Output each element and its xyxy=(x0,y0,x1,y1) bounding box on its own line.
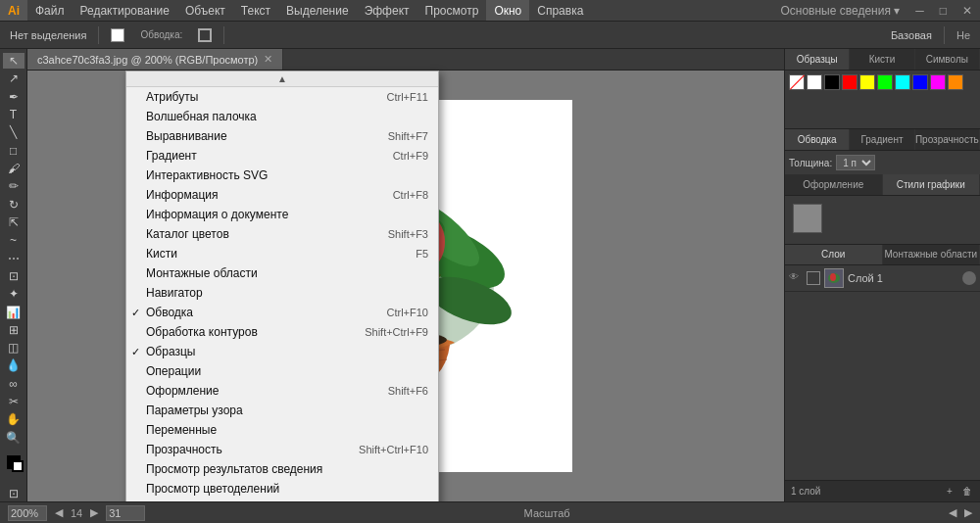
swatch-black[interactable] xyxy=(824,74,840,90)
tool-scale[interactable]: ⇱ xyxy=(3,214,24,230)
toolbar-fill[interactable] xyxy=(105,26,130,44)
graphic-style-thumb[interactable] xyxy=(793,204,822,233)
zoom-nav-left[interactable]: ◀ xyxy=(55,506,63,519)
canvas-tab-close[interactable]: ✕ xyxy=(264,53,272,66)
swatch-white[interactable] xyxy=(807,74,822,90)
stroke-weight-select[interactable]: 1 пт 2 пт xyxy=(836,155,875,170)
tool-scissors[interactable]: ✂ xyxy=(3,394,24,409)
menu-item-doc-info[interactable]: Информация о документе xyxy=(126,205,438,224)
page-input[interactable] xyxy=(106,505,145,521)
swatch-cyan[interactable] xyxy=(895,74,910,90)
menubar-text[interactable]: Текст xyxy=(233,0,278,21)
tool-gradient[interactable]: ◫ xyxy=(3,340,24,356)
menu-item-actions[interactable]: Операции xyxy=(126,361,438,381)
menubar-effect[interactable]: Эффект xyxy=(357,0,417,21)
tool-select[interactable]: ↖ xyxy=(3,53,24,69)
menu-item-navigator[interactable]: Навигатор xyxy=(126,283,438,303)
swatch-magenta[interactable] xyxy=(930,74,946,90)
menu-item-pathfinder[interactable]: Обработка контуров Shift+Ctrl+F9 xyxy=(126,322,438,342)
canvas-tab-file[interactable]: c3ahce70c3fa3.jpg @ 200% (RGB/Просмотр) … xyxy=(27,49,283,70)
tool-symbol[interactable]: ✦ xyxy=(3,286,24,302)
toolbar-style[interactable]: Базовая xyxy=(885,27,938,43)
layers-delete-layer[interactable]: 🗑 xyxy=(960,485,974,499)
layer-options[interactable] xyxy=(962,271,976,285)
swatch-green[interactable] xyxy=(877,74,893,90)
menubar-object[interactable]: Объект xyxy=(177,0,233,21)
tab-graphic-styles[interactable]: Стили графики xyxy=(883,174,981,195)
status-arrow-left[interactable]: ◀ xyxy=(949,506,956,519)
menubar-workspace[interactable]: Основные сведения ▾ xyxy=(772,0,907,21)
tab-layers[interactable]: Слои xyxy=(785,245,883,264)
menu-item-variables[interactable]: Переменные xyxy=(126,420,438,440)
menubar-minimize[interactable]: ─ xyxy=(907,0,932,21)
menubar-view[interactable]: Просмотр xyxy=(417,0,487,21)
tab-symbols[interactable]: Символы xyxy=(915,49,980,70)
toolbar-stroke-box[interactable] xyxy=(192,26,218,44)
tool-width[interactable]: ⋯ xyxy=(3,250,24,265)
menubar-select[interactable]: Выделение xyxy=(278,0,357,21)
tool-column-graph[interactable]: 📊 xyxy=(3,304,24,319)
menu-item-appearance[interactable]: Оформление Shift+F6 xyxy=(126,381,438,401)
swatch-blue[interactable] xyxy=(912,74,928,90)
menu-item-brushes[interactable]: Кисти F5 xyxy=(126,244,438,263)
menu-item-magic-wand[interactable]: Волшебная палочка xyxy=(126,107,438,126)
zoom-nav-right[interactable]: ▶ xyxy=(90,506,98,519)
tool-pen[interactable]: ✒ xyxy=(3,89,24,105)
menu-item-stroke[interactable]: Обводка Ctrl+F10 xyxy=(126,303,438,322)
tab-brushes[interactable]: Кисти xyxy=(850,49,914,70)
swatch-none[interactable] xyxy=(789,74,805,90)
tool-rect[interactable]: □ xyxy=(3,143,24,159)
menu-item-swatch-catalog[interactable]: Каталог цветов Shift+F3 xyxy=(126,224,438,244)
menu-item-separation-preview[interactable]: Просмотр цветоделений xyxy=(126,479,438,499)
swatch-orange[interactable] xyxy=(948,74,963,90)
tool-direct-select[interactable]: ↗ xyxy=(3,71,24,86)
tool-pencil[interactable]: ✏ xyxy=(3,178,24,194)
menu-item-flattener[interactable]: Просмотр результатов сведения xyxy=(126,459,438,479)
tool-type[interactable]: T xyxy=(3,107,24,122)
swatch-red[interactable] xyxy=(842,74,858,90)
tool-rotate[interactable]: ↻ xyxy=(3,197,24,213)
tool-warp[interactable]: ~ xyxy=(3,232,24,248)
menubar-edit[interactable]: Редактирование xyxy=(73,0,177,21)
tool-zoom[interactable]: 🔍 xyxy=(3,430,24,446)
tab-artboards[interactable]: Монтажные области xyxy=(883,245,981,264)
menubar-ai[interactable]: Ai xyxy=(0,0,27,21)
menu-item-gradient[interactable]: Градиент Ctrl+F9 xyxy=(126,146,438,166)
tab-swatches[interactable]: Образцы xyxy=(785,49,850,70)
menu-item-attributes[interactable]: Атрибуты Ctrl+F11 xyxy=(126,87,438,107)
menu-item-links[interactable]: Связи xyxy=(126,499,438,501)
menu-item-swatches[interactable]: Образцы xyxy=(126,342,438,361)
tool-blend[interactable]: ∞ xyxy=(3,376,24,392)
menu-item-pattern-options[interactable]: Параметры узора xyxy=(126,401,438,420)
tool-hand[interactable]: ✋ xyxy=(3,411,24,427)
tool-fill-stroke[interactable] xyxy=(3,453,24,469)
menubar-help[interactable]: Справка xyxy=(529,0,591,21)
tab-transparency[interactable]: Прозрачность xyxy=(915,129,980,150)
tab-gradient[interactable]: Градиент xyxy=(850,129,914,150)
tool-screen-mode[interactable]: ⊡ xyxy=(3,486,24,501)
menu-item-info[interactable]: Информация Ctrl+F8 xyxy=(126,185,438,205)
menu-scroll-up[interactable]: ▲ xyxy=(126,71,438,87)
layer-visibility-toggle[interactable]: 👁 xyxy=(789,271,803,285)
swatch-yellow[interactable] xyxy=(859,74,875,90)
tool-paintbrush[interactable]: 🖌 xyxy=(3,161,24,176)
toolbar-selection[interactable]: Нет выделения xyxy=(4,27,92,43)
tab-stroke[interactable]: Обводка xyxy=(785,129,850,150)
menu-item-svg-interactivity[interactable]: Интерактивность SVG xyxy=(126,166,438,185)
tool-mesh[interactable]: ⊞ xyxy=(3,322,24,338)
layers-new-layer[interactable]: + xyxy=(943,485,956,499)
zoom-input[interactable] xyxy=(8,505,47,521)
tool-free-transform[interactable]: ⊡ xyxy=(3,268,24,284)
menu-item-align[interactable]: Выравнивание Shift+F7 xyxy=(126,126,438,146)
tool-line[interactable]: ╲ xyxy=(3,124,24,140)
tool-eyedropper[interactable]: 💧 xyxy=(3,357,24,373)
status-arrow-right[interactable]: ▶ xyxy=(964,506,972,519)
layer-lock[interactable] xyxy=(807,271,820,285)
toolbar-arrange[interactable]: Не xyxy=(951,27,976,43)
menubar-file[interactable]: Файл xyxy=(27,0,73,21)
menubar-maximize[interactable]: □ xyxy=(932,0,955,21)
menu-item-transparency[interactable]: Прозрачность Shift+Ctrl+F10 xyxy=(126,440,438,459)
menubar-close[interactable]: ✕ xyxy=(955,0,980,21)
menubar-window[interactable]: Окно xyxy=(486,0,529,21)
tab-appearance[interactable]: Оформление xyxy=(785,174,883,195)
